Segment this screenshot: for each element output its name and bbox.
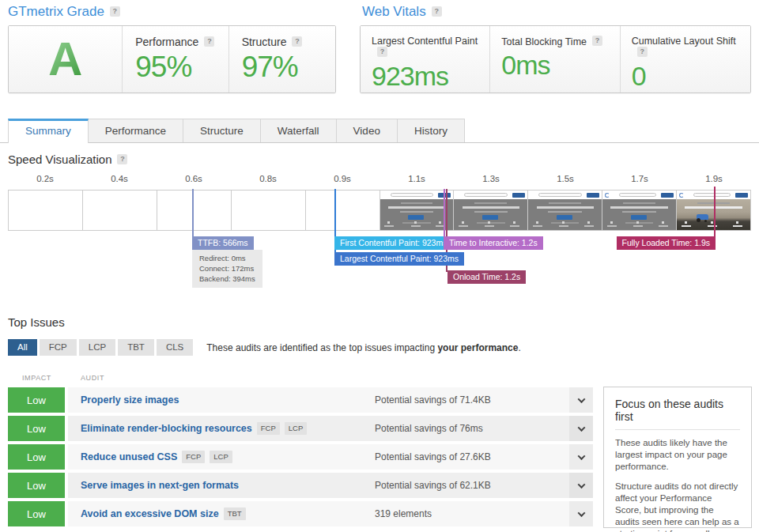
impact-badge: Low bbox=[8, 387, 65, 413]
help-icon[interactable]: ? bbox=[432, 6, 442, 17]
audit-link[interactable]: Eliminate render-blocking resources bbox=[81, 423, 252, 434]
help-icon[interactable]: ? bbox=[204, 36, 214, 47]
tab-history[interactable]: History bbox=[398, 119, 465, 142]
timeline-tick: 0.6s bbox=[157, 174, 231, 183]
structure-score-label: Structure? bbox=[242, 36, 335, 48]
structure-score-value: 97% bbox=[242, 51, 335, 84]
timeline-tick: 1.5s bbox=[528, 174, 602, 183]
metric-tag: TBT bbox=[224, 507, 246, 520]
focus-box-paragraph: These audits likely have the largest imp… bbox=[615, 437, 740, 474]
impact-badge: Low bbox=[8, 444, 65, 470]
issue-filters: All FCP LCP TBT CLS These audits are ide… bbox=[8, 339, 521, 356]
filter-lcp[interactable]: LCP bbox=[79, 339, 115, 356]
photo-vehicle bbox=[697, 214, 708, 220]
tab-summary[interactable]: Summary bbox=[8, 119, 89, 143]
fcp-badge: First Contentful Paint: 923ms bbox=[334, 236, 452, 250]
help-icon[interactable]: ? bbox=[292, 36, 302, 47]
expand-row-button[interactable] bbox=[569, 473, 593, 498]
onload-badge: Onload Time: 1.2s bbox=[447, 270, 526, 284]
ttfb-badge: TTFB: 566ms bbox=[192, 236, 254, 250]
help-icon[interactable]: ? bbox=[110, 6, 120, 17]
metric-tag: FCP bbox=[257, 422, 280, 435]
site-logo-icon bbox=[679, 193, 684, 198]
filmstrip-frame-blank bbox=[231, 190, 306, 231]
audit-link[interactable]: Reduce unused CSS bbox=[81, 451, 177, 462]
chevron-down-icon bbox=[577, 509, 585, 517]
impact-badge: Low bbox=[8, 501, 65, 526]
structure-score-cell: Structure? 97% bbox=[229, 26, 335, 92]
focus-box-paragraph: Structure audits do not directly affect … bbox=[615, 481, 740, 532]
timeline-tick: 1.9s bbox=[677, 174, 751, 183]
cls-vital-label: Cumulative Layout Shift? bbox=[632, 36, 750, 58]
speed-visualization-title: Speed Visualization? bbox=[8, 153, 127, 166]
performance-score-label: Performance? bbox=[135, 36, 228, 48]
help-icon[interactable]: ? bbox=[377, 47, 387, 57]
table-row: Low Eliminate render-blocking resourcesF… bbox=[8, 416, 593, 441]
grade-letter-cell: A bbox=[9, 26, 123, 92]
top-issues-title: Top Issues bbox=[8, 315, 65, 329]
tbt-vital-cell: Total Blocking Time? 0ms bbox=[490, 26, 620, 92]
audit-link[interactable]: Properly size images bbox=[81, 394, 179, 406]
lcp-vital-cell: Largest Contentful Paint? 923ms bbox=[361, 26, 490, 92]
cls-vital-value: 0 bbox=[632, 61, 750, 92]
chevron-down-icon bbox=[577, 481, 585, 489]
audit-detail: Potential savings of 71.4KB bbox=[375, 394, 491, 406]
issues-description: These audits are identified as the top i… bbox=[206, 342, 521, 353]
metric-tag: LCP bbox=[210, 451, 232, 463]
focus-audits-box: Focus on these audits first These audits… bbox=[603, 387, 752, 528]
lcp-vital-label: Largest Contentful Paint? bbox=[372, 36, 489, 58]
filter-all[interactable]: All bbox=[8, 339, 37, 356]
filter-cls[interactable]: CLS bbox=[157, 339, 193, 356]
help-icon[interactable]: ? bbox=[592, 36, 602, 46]
audit-link[interactable]: Avoid an excessive DOM size bbox=[81, 508, 219, 519]
site-logo-icon bbox=[605, 193, 610, 198]
table-row: Low Serve images in next-gen formats Pot… bbox=[8, 473, 593, 498]
cls-vital-cell: Cumulative Layout Shift? 0 bbox=[621, 26, 750, 92]
audit-detail: Potential savings of 62.1KB bbox=[375, 480, 491, 491]
tab-performance[interactable]: Performance bbox=[89, 119, 183, 142]
performance-score-cell: Performance? 95% bbox=[123, 26, 228, 92]
timeline-tick: 1.1s bbox=[380, 174, 454, 183]
filmstrip-frame-page bbox=[453, 190, 528, 231]
impact-column-header: IMPACT bbox=[22, 374, 51, 382]
tab-video[interactable]: Video bbox=[337, 119, 398, 142]
tti-badge: Time to Interactive: 1.2s bbox=[444, 236, 543, 250]
expand-row-button[interactable] bbox=[569, 387, 593, 413]
table-row: Low Reduce unused CSSFCPLCP Potential sa… bbox=[8, 444, 593, 470]
chevron-down-icon bbox=[577, 452, 585, 460]
filter-tbt[interactable]: TBT bbox=[118, 339, 154, 356]
audit-detail: Potential savings of 76ms bbox=[375, 423, 483, 434]
web-vitals-panel: Largest Contentful Paint? 923ms Total Bl… bbox=[360, 25, 751, 93]
filter-fcp[interactable]: FCP bbox=[40, 339, 77, 356]
expand-row-button[interactable] bbox=[569, 501, 593, 526]
table-row: Low Properly size images Potential savin… bbox=[8, 387, 593, 413]
tab-structure[interactable]: Structure bbox=[183, 119, 261, 142]
lcp-badge: Largest Contentful Paint: 923ms bbox=[334, 252, 464, 266]
expand-row-button[interactable] bbox=[569, 416, 593, 441]
chevron-down-icon bbox=[577, 424, 585, 432]
report-tabbar: Summary Performance Structure Waterfall … bbox=[0, 119, 759, 143]
vitals-section-title: Web Vitals? bbox=[362, 4, 442, 20]
vitals-section-title-text: Web Vitals bbox=[362, 4, 426, 19]
grade-letter: A bbox=[48, 36, 82, 83]
impact-badge: Low bbox=[8, 416, 65, 441]
audit-detail: 319 elements bbox=[375, 508, 432, 519]
ttfb-redirect: Redirect: 0ms bbox=[199, 254, 255, 264]
timeline-tick: 1.3s bbox=[454, 174, 528, 183]
filmstrip-frame-page bbox=[602, 190, 677, 231]
focus-box-title: Focus on these audits first bbox=[615, 398, 740, 430]
fully-loaded-marker-line bbox=[714, 187, 716, 238]
tti-marker-line bbox=[444, 189, 445, 238]
expand-row-button[interactable] bbox=[569, 444, 593, 470]
filmstrip-frame-blank bbox=[8, 190, 83, 231]
tbt-vital-value: 0ms bbox=[501, 50, 619, 81]
performance-score-value: 95% bbox=[135, 51, 228, 84]
tab-waterfall[interactable]: Waterfall bbox=[261, 119, 337, 142]
help-icon[interactable]: ? bbox=[637, 47, 648, 57]
grade-panel: A Performance? 95% Structure? 97% bbox=[8, 25, 336, 93]
timeline-tick: 0.8s bbox=[231, 174, 305, 183]
help-icon[interactable]: ? bbox=[117, 154, 127, 164]
ttfb-details-box: Redirect: 0ms Connect: 172ms Backend: 39… bbox=[192, 250, 262, 288]
filmstrip-frame-blank bbox=[157, 190, 232, 231]
audit-link[interactable]: Serve images in next-gen formats bbox=[81, 480, 239, 491]
